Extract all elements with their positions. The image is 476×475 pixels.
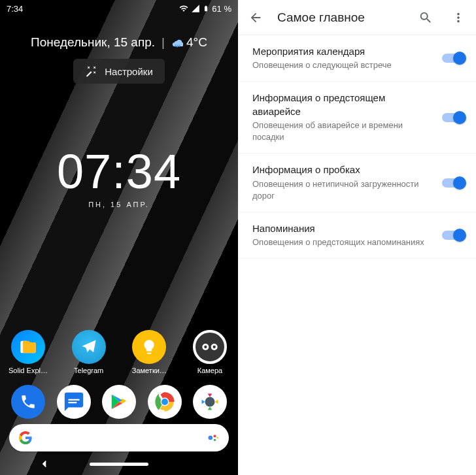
phone-icon — [11, 385, 45, 419]
play-store-icon — [102, 385, 136, 419]
svg-point-9 — [209, 436, 213, 440]
dock-chrome[interactable] — [144, 385, 185, 419]
settings-item-reminders[interactable]: Напоминания Оповещения о предстоящих нап… — [238, 212, 476, 259]
signal-icon — [191, 4, 200, 13]
glance-date: Понедельник, 15 апр. — [31, 35, 155, 50]
overflow-button[interactable] — [447, 7, 469, 29]
glance-settings-chip[interactable]: Настройки — [73, 59, 165, 84]
toggle-switch[interactable] — [442, 178, 464, 188]
solid-explorer-icon — [11, 330, 45, 364]
search-button[interactable] — [415, 7, 437, 29]
settings-item-traffic[interactable]: Информация о пробках Оповещения о нетипи… — [238, 154, 476, 212]
battery-icon — [203, 4, 209, 13]
camera2-icon — [193, 385, 227, 419]
search-icon — [418, 10, 433, 25]
svg-point-3 — [212, 346, 215, 348]
dock-play-store[interactable] — [99, 385, 139, 419]
dock-phone[interactable] — [8, 385, 48, 419]
navigation-bar — [0, 453, 238, 475]
item-subtitle: Оповещения о предстоящих напоминаниях — [252, 237, 430, 248]
dock-messages[interactable] — [54, 385, 94, 419]
settings-screen: Самое главное Мероприятия календаря Опов… — [238, 0, 476, 475]
toggle-switch[interactable] — [442, 231, 464, 240]
settings-item-flight-info[interactable]: Информация о предстоящем авиарейсе Опове… — [238, 82, 476, 154]
glance-separator: | — [162, 35, 165, 50]
settings-item-calendar-events[interactable]: Мероприятия календаря Оповещения о следу… — [238, 35, 476, 82]
magic-wand-icon — [85, 65, 97, 77]
wifi-icon — [179, 4, 188, 13]
settings-title: Самое главное — [277, 10, 404, 25]
app-label: Telegram — [74, 367, 103, 374]
app-telegram[interactable]: Telegram — [69, 330, 109, 374]
svg-point-10 — [213, 434, 216, 437]
item-subtitle: Оповещения об авиарейсе и времени посадк… — [252, 120, 430, 143]
app-label: Solid Expl… — [8, 367, 48, 374]
clock-date: ПН, 15 АПР. — [0, 201, 238, 208]
svg-point-8 — [205, 397, 215, 407]
google-search-bar[interactable] — [9, 424, 229, 451]
svg-point-2 — [204, 346, 207, 348]
item-title: Информация о пробках — [252, 163, 430, 176]
glance-weather[interactable]: 4°C — [171, 35, 207, 50]
status-battery: 61 % — [212, 4, 231, 14]
app-notes[interactable]: Заметки… — [129, 330, 169, 374]
toggle-switch[interactable] — [442, 54, 464, 63]
weather-rain-icon — [171, 37, 183, 48]
item-subtitle: Оповещения о нетипичной загруженности до… — [252, 178, 430, 202]
dock — [0, 385, 238, 419]
item-title: Напоминания — [252, 222, 430, 235]
assistant-icon[interactable] — [207, 431, 220, 444]
item-title: Мероприятия календаря — [252, 45, 430, 58]
telegram-icon — [72, 330, 106, 364]
item-title: Информация о предстоящем авиарейсе — [252, 91, 430, 118]
chrome-icon — [148, 385, 182, 419]
toggle-switch[interactable] — [442, 113, 464, 122]
at-a-glance-widget[interactable]: Понедельник, 15 апр. | 4°C Настройки — [0, 35, 238, 84]
glance-chip-label: Настройки — [105, 66, 153, 77]
arrow-back-icon — [248, 10, 263, 25]
glance-temp: 4°C — [186, 35, 207, 50]
home-pill[interactable] — [90, 463, 148, 466]
app-solid-explorer[interactable]: Solid Expl… — [8, 330, 48, 374]
more-vert-icon — [451, 10, 466, 25]
svg-point-6 — [161, 399, 167, 405]
status-time: 7:34 — [7, 4, 23, 14]
phone-home-screen: 7:34 61 % Понедельник, 15 апр. | 4°C Нас… — [0, 0, 238, 475]
app-label: Камера — [197, 367, 222, 374]
notes-icon — [132, 330, 166, 364]
back-button[interactable] — [245, 7, 267, 29]
svg-point-11 — [214, 439, 216, 441]
app-camera[interactable]: Камера — [190, 330, 230, 374]
google-g-icon — [18, 431, 33, 445]
settings-header: Самое главное — [238, 0, 476, 35]
clock-widget[interactable]: 07:34 ПН, 15 АПР. — [0, 144, 238, 208]
back-icon[interactable] — [39, 458, 50, 470]
clock-time: 07:34 — [0, 144, 238, 199]
app-label: Заметки… — [132, 367, 167, 374]
messages-icon — [57, 385, 91, 419]
settings-list: Мероприятия календаря Оповещения о следу… — [238, 35, 476, 475]
status-bar: 7:34 61 % — [0, 0, 238, 17]
app-row: Solid Expl… Telegram Заметки… Камера — [0, 330, 238, 374]
dock-camera[interactable] — [190, 385, 230, 419]
camera-icon — [193, 330, 227, 364]
item-subtitle: Оповещения о следующей встрече — [252, 59, 430, 71]
svg-point-12 — [216, 437, 218, 439]
